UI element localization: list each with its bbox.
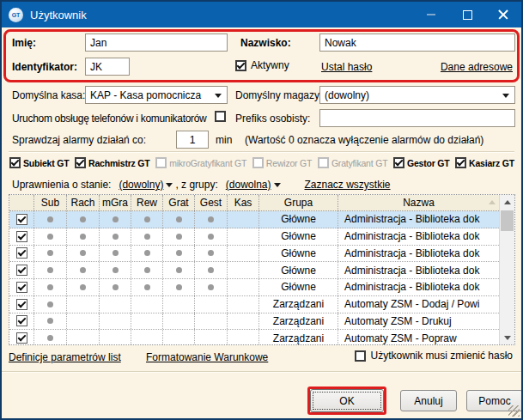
- select-all-link[interactable]: Zaznacz wszystkie: [305, 179, 391, 191]
- permission-cell[interactable]: [34, 246, 67, 262]
- permission-cell[interactable]: [228, 246, 259, 262]
- permission-cell[interactable]: [100, 246, 131, 262]
- permission-cell[interactable]: [228, 313, 259, 330]
- permission-cell[interactable]: [34, 262, 67, 278]
- permission-cell[interactable]: [34, 313, 67, 330]
- permission-cell[interactable]: [163, 262, 195, 278]
- active-checkbox[interactable]: [235, 60, 246, 71]
- table-row[interactable]: ZarządzaniAutomaty ZSM - Dodaj / Powi: [9, 296, 499, 313]
- scrollbar-thumb[interactable]: [501, 210, 514, 231]
- address-data-link[interactable]: Dane adresowe: [441, 61, 513, 73]
- row-checkbox[interactable]: [16, 315, 27, 326]
- permission-cell[interactable]: [195, 246, 228, 262]
- identifier-input[interactable]: [85, 58, 130, 76]
- row-select-cell[interactable]: [9, 262, 34, 278]
- permission-cell[interactable]: [100, 313, 131, 330]
- product-item-rewizor-gt[interactable]: Rewizor GT: [252, 157, 312, 168]
- checkbox-mikrogratyfikant-gt[interactable]: [155, 157, 167, 168]
- column-header-sub[interactable]: Sub: [34, 195, 67, 210]
- permission-cell[interactable]: [195, 211, 228, 228]
- permission-cell[interactable]: [228, 228, 259, 245]
- first-name-input[interactable]: [85, 33, 228, 52]
- permission-cell[interactable]: [67, 296, 100, 313]
- table-scrollbar[interactable]: [499, 195, 514, 344]
- permission-cell[interactable]: [67, 246, 100, 262]
- permission-cell[interactable]: [34, 296, 67, 313]
- must-change-password-checkbox[interactable]: [355, 350, 366, 362]
- table-row[interactable]: ZarządzaniAutomaty ZSM - Popraw: [9, 330, 499, 344]
- maximize-button[interactable]: [449, 2, 485, 27]
- row-select-cell[interactable]: [9, 211, 34, 228]
- permission-cell[interactable]: [34, 330, 67, 344]
- permission-cell[interactable]: [195, 313, 228, 330]
- table-row[interactable]: GłówneAdministracja - Biblioteka dok: [9, 228, 499, 246]
- table-row[interactable]: GłówneAdministracja - Biblioteka dok: [9, 262, 499, 279]
- group-filter-link[interactable]: (dowolna): [226, 179, 271, 191]
- row-checkbox[interactable]: [16, 332, 27, 344]
- row-checkbox[interactable]: [16, 247, 27, 259]
- permission-cell[interactable]: [195, 296, 228, 313]
- row-select-cell[interactable]: [9, 246, 34, 262]
- last-name-input[interactable]: [319, 33, 515, 52]
- permission-cell[interactable]: [34, 279, 67, 295]
- checkbox-gestor-gt[interactable]: [393, 157, 404, 168]
- row-checkbox[interactable]: [16, 282, 27, 293]
- scroll-down-button[interactable]: [500, 331, 514, 344]
- permission-cell[interactable]: [131, 228, 163, 245]
- row-select-cell[interactable]: [9, 296, 34, 313]
- checkbox-subiekt-gt[interactable]: [9, 157, 21, 168]
- product-item-mikrogratyfikant-gt[interactable]: mikroGratyfikant GT: [155, 157, 246, 168]
- permission-cell[interactable]: [67, 279, 100, 295]
- must-change-password-group[interactable]: Użytkownik musi zmienić hasło: [355, 350, 513, 362]
- column-header-gest[interactable]: Gest: [195, 195, 228, 210]
- permission-cell[interactable]: [131, 262, 163, 278]
- checkbox-kasiarz-gt[interactable]: [455, 157, 466, 168]
- permission-cell[interactable]: [195, 228, 228, 245]
- default-cash-select[interactable]: KAP - Kasa pomocnicza: [85, 86, 228, 104]
- close-button[interactable]: [485, 2, 521, 27]
- permission-cell[interactable]: [100, 262, 131, 278]
- chevron-down-icon[interactable]: [166, 183, 173, 187]
- permission-cell[interactable]: [100, 296, 131, 313]
- permission-cell[interactable]: [67, 262, 100, 278]
- permission-cell[interactable]: [228, 211, 259, 228]
- set-password-link[interactable]: Ustal hasło: [321, 61, 372, 73]
- row-checkbox[interactable]: [16, 231, 27, 242]
- column-header-rach[interactable]: Rach: [67, 195, 100, 210]
- permission-cell[interactable]: [163, 279, 195, 295]
- permission-cell[interactable]: [195, 330, 228, 344]
- permission-cell[interactable]: [163, 296, 195, 313]
- permission-cell[interactable]: [195, 279, 228, 295]
- permission-cell[interactable]: [100, 330, 131, 344]
- row-select-cell[interactable]: [9, 330, 34, 344]
- permission-cell[interactable]: [131, 211, 163, 228]
- state-filter-link[interactable]: (dowolny): [119, 179, 163, 191]
- permission-cell[interactable]: [163, 246, 195, 262]
- row-checkbox[interactable]: [16, 299, 27, 310]
- permission-cell[interactable]: [228, 330, 259, 344]
- phone-support-checkbox[interactable]: [215, 111, 226, 122]
- product-item-subiekt-gt[interactable]: Subiekt GT: [9, 157, 69, 168]
- permission-cell[interactable]: [131, 330, 163, 344]
- product-item-gestor-gt[interactable]: Gestor GT: [393, 157, 450, 168]
- permission-cell[interactable]: [100, 279, 131, 295]
- product-item-gratyfikant-gt[interactable]: Gratyfikant GT: [318, 157, 387, 168]
- default-warehouse-select[interactable]: (dowolny): [319, 86, 515, 104]
- permission-cell[interactable]: [195, 262, 228, 278]
- permission-cell[interactable]: [67, 313, 100, 330]
- permission-cell[interactable]: [131, 279, 163, 295]
- chevron-down-icon[interactable]: [274, 183, 281, 187]
- permission-cell[interactable]: [228, 262, 259, 278]
- table-row[interactable]: GłówneAdministracja - Biblioteka dok: [9, 211, 499, 228]
- table-row[interactable]: GłówneAdministracja - Biblioteka dok: [9, 279, 499, 296]
- column-header-mgra[interactable]: mGra: [100, 195, 131, 210]
- permission-cell[interactable]: [163, 211, 195, 228]
- permission-cell[interactable]: [100, 228, 131, 245]
- row-select-cell[interactable]: [9, 228, 34, 245]
- column-header-rew[interactable]: Rew: [131, 195, 163, 210]
- checkbox-gratyfikant-gt[interactable]: [318, 157, 329, 168]
- permission-cell[interactable]: [67, 211, 100, 228]
- permission-cell[interactable]: [228, 279, 259, 295]
- permission-cell[interactable]: [34, 211, 67, 228]
- permission-cell[interactable]: [228, 296, 259, 313]
